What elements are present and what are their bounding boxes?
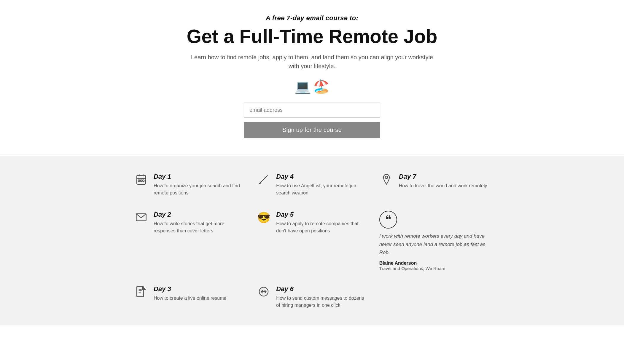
face-icon: 😎 <box>257 211 271 224</box>
laptop-emoji: 💻 <box>295 79 311 94</box>
day6-content: Day 6 How to send custom messages to doz… <box>276 285 367 309</box>
testimonial-role: Travel and Operations, We Roam <box>379 266 445 271</box>
days-section: Day 1 How to organize your job search an… <box>0 156 624 325</box>
day6-desc: How to send custom messages to dozens of… <box>276 295 367 309</box>
cursor-icon <box>257 286 271 300</box>
calendar-svg <box>135 173 147 185</box>
day2-item: Day 2 How to write stories that get more… <box>134 211 245 271</box>
day3-desc: How to create a live online resume <box>154 295 226 302</box>
cursor-svg <box>258 286 270 298</box>
day7-item: Day 7 How to travel the world and work r… <box>379 173 490 197</box>
location-svg <box>381 173 392 185</box>
calendar-icon <box>134 173 148 188</box>
day4-desc: How to use AngelList, your remote job se… <box>276 182 367 197</box>
hero-emojis: 💻 🏖️ <box>6 79 618 94</box>
day6-label: Day 6 <box>276 285 367 293</box>
testimonial-area: ❝ I work with remote workers every day a… <box>379 211 490 271</box>
svg-line-9 <box>265 176 267 178</box>
document-icon <box>134 286 148 300</box>
sword-svg <box>258 173 270 185</box>
svg-rect-5 <box>141 180 142 181</box>
day7-label: Day 7 <box>399 173 487 181</box>
day5-desc: How to apply to remote companies that do… <box>276 220 367 234</box>
day3-content: Day 3 How to create a live online resume <box>154 285 226 302</box>
day1-desc: How to organize your job search and find… <box>154 182 245 197</box>
day1-content: Day 1 How to organize your job search an… <box>154 173 245 197</box>
document-svg <box>135 286 147 298</box>
email-form: Sign up for the course <box>6 103 618 138</box>
envelope-icon <box>134 211 148 226</box>
day5-content: Day 5 How to apply to remote companies t… <box>276 211 367 234</box>
svg-point-10 <box>385 176 387 179</box>
svg-line-8 <box>267 175 268 176</box>
day4-content: Day 4 How to use AngelList, your remote … <box>276 173 367 197</box>
day7-desc: How to travel the world and work remotel… <box>399 182 487 189</box>
day1-item: Day 1 How to organize your job search an… <box>134 173 245 197</box>
testimonial-author: Blaine Anderson <box>379 261 417 266</box>
day5-item: 😎 Day 5 How to apply to remote companies… <box>257 211 367 271</box>
testimonial-text: I work with remote workers every day and… <box>379 232 490 256</box>
beach-emoji: 🏖️ <box>313 79 329 94</box>
day6-item: Day 6 How to send custom messages to doz… <box>257 285 367 309</box>
day7-content: Day 7 How to travel the world and work r… <box>399 173 487 189</box>
hero-subtitle: Learn how to find remote jobs, apply to … <box>190 53 434 71</box>
email-input[interactable] <box>244 103 380 118</box>
day4-item: Day 4 How to use AngelList, your remote … <box>257 173 367 197</box>
day2-content: Day 2 How to write stories that get more… <box>154 211 245 234</box>
day2-label: Day 2 <box>154 211 245 218</box>
hero-title: Get a Full-Time Remote Job <box>6 26 618 47</box>
day1-label: Day 1 <box>154 173 245 181</box>
sword-icon <box>257 173 271 188</box>
hero-tagline: A free 7-day email course to: <box>6 14 618 22</box>
days-grid: Day 1 How to organize your job search an… <box>134 173 490 309</box>
location-icon <box>379 173 394 188</box>
day4-label: Day 4 <box>276 173 367 181</box>
signup-button[interactable]: Sign up for the course <box>244 122 380 138</box>
svg-rect-6 <box>143 180 144 181</box>
svg-rect-4 <box>138 180 140 181</box>
quote-icon: ❝ <box>379 211 397 229</box>
day2-desc: How to write stories that get more respo… <box>154 220 245 234</box>
day3-label: Day 3 <box>154 285 226 293</box>
day3-item: Day 3 How to create a live online resume <box>134 285 245 309</box>
envelope-svg <box>135 211 147 223</box>
day5-label: Day 5 <box>276 211 367 218</box>
hero-section: A free 7-day email course to: Get a Full… <box>0 0 624 156</box>
